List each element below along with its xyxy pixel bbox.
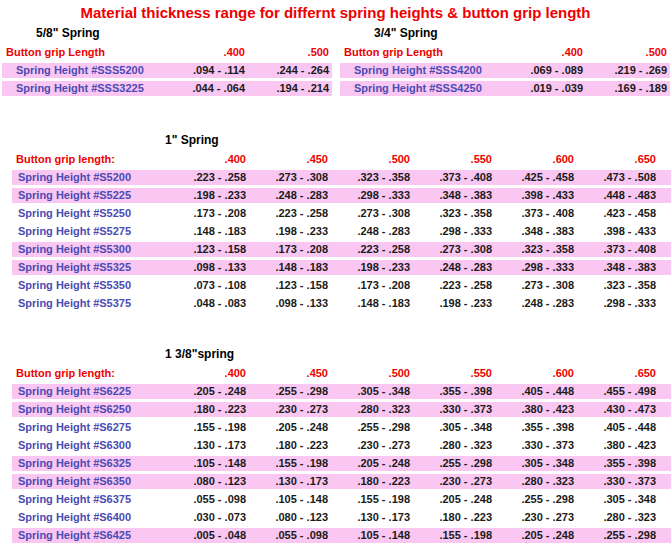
thickness-range-cell: .198 - .233	[246, 224, 328, 239]
thickness-range-cell: .455 - .498	[574, 384, 656, 399]
thickness-range-cell: .323 - .358	[410, 206, 492, 221]
grip-length-header: .450	[246, 152, 328, 167]
thickness-range-cell: .230 - .273	[246, 402, 328, 417]
grip-length-header: .500	[245, 45, 329, 60]
thickness-range-cell: .330 - .373	[574, 474, 656, 489]
material-thickness-page: Material thickness range for differnt sp…	[0, 4, 671, 543]
spring-height-row: Spring Height #S6300.130 - .173.180 - .2…	[12, 438, 671, 453]
thickness-range-cell: .148 - .183	[164, 224, 246, 239]
spring-height-label: Spring Height #S5350	[12, 278, 164, 293]
thickness-range-cell: .273 - .308	[246, 170, 328, 185]
grip-length-header: .400	[493, 45, 583, 60]
thickness-range-cell: .219 - .269	[583, 63, 667, 78]
spring-height-label: Spring Height #S5225	[12, 188, 164, 203]
thickness-range-cell: .198 - .233	[328, 260, 410, 275]
thickness-range-cell: .048 - .083	[164, 296, 246, 311]
grip-header-row: Button grip Length.400.500	[2, 45, 332, 60]
thickness-range-cell: .105 - .148	[328, 528, 410, 543]
thickness-range-cell: .169 - .189	[583, 81, 667, 96]
spring-height-row: Spring Height #S5225.198 - .233.248 - .2…	[12, 188, 671, 203]
thickness-range-cell: .255 - .298	[410, 456, 492, 471]
thickness-range-cell: .180 - .223	[164, 402, 246, 417]
spring-height-label: Spring Height #S5200	[12, 170, 164, 185]
thickness-range-cell: .323 - .358	[574, 278, 656, 293]
thickness-range-cell: .348 - .383	[410, 188, 492, 203]
thickness-range-cell: .069 - .089	[493, 63, 583, 78]
thickness-range-cell: .405 - .448	[574, 420, 656, 435]
thickness-range-cell: .173 - .208	[164, 206, 246, 221]
thickness-range-cell: .230 - .273	[492, 510, 574, 525]
thickness-range-cell: .373 - .408	[574, 242, 656, 257]
thickness-range-cell: .273 - .308	[410, 242, 492, 257]
thickness-range-cell: .205 - .248	[328, 456, 410, 471]
spring-height-label: Spring Height #S6375	[12, 492, 164, 507]
grip-length-header: .650	[574, 366, 656, 381]
spring-height-row: Spring Height #S5250.173 - .208.223 - .2…	[12, 206, 671, 221]
thickness-range-cell: .473 - .508	[574, 170, 656, 185]
thickness-range-cell: .298 - .333	[492, 260, 574, 275]
thickness-range-cell: .398 - .433	[492, 188, 574, 203]
thickness-range-cell: .248 - .283	[410, 260, 492, 275]
spring-height-label: Spring Height #S6425	[12, 528, 164, 543]
spring-height-row: Spring Height #S6375.055 - .098.105 - .1…	[12, 492, 671, 507]
thickness-range-cell: .323 - .358	[328, 170, 410, 185]
thickness-range-cell: .223 - .258	[410, 278, 492, 293]
thickness-range-cell: .180 - .223	[410, 510, 492, 525]
thickness-range-cell: .244 - .264	[245, 63, 329, 78]
thickness-range-cell: .255 - .298	[492, 492, 574, 507]
thickness-range-cell: .098 - .133	[246, 296, 328, 311]
thickness-range-cell: .155 - .198	[164, 420, 246, 435]
thickness-range-cell: .380 - .423	[492, 402, 574, 417]
spring-height-label: Spring Height #SSS4200	[340, 63, 493, 78]
section-title: 1 3/8"spring	[165, 347, 671, 361]
thickness-range-cell: .130 - .173	[328, 510, 410, 525]
thickness-range-cell: .155 - .198	[328, 492, 410, 507]
thickness-range-cell: .255 - .298	[246, 384, 328, 399]
grip-length-header: .500	[328, 366, 410, 381]
thickness-range-cell: .305 - .348	[328, 384, 410, 399]
spring-height-row: Spring Height #SSS4250.019 - .039.169 - …	[340, 81, 670, 96]
thickness-range-cell: .123 - .158	[164, 242, 246, 257]
spring-height-label: Spring Height #S5300	[12, 242, 164, 257]
thickness-range-cell: .230 - .273	[410, 474, 492, 489]
thickness-range-cell: .248 - .283	[246, 188, 328, 203]
spring-height-row: Spring Height #SSS5200.094 - .114.244 - …	[2, 63, 332, 78]
spring-height-label: Spring Height #SSS5200	[2, 63, 155, 78]
spring-height-label: Spring Height #S6250	[12, 402, 164, 417]
thickness-range-cell: .105 - .148	[246, 492, 328, 507]
spring-height-label: Spring Height #S6325	[12, 456, 164, 471]
spring-height-row: Spring Height #S5200.223 - .258.273 - .3…	[12, 170, 671, 185]
spring-height-label: Spring Height #S5375	[12, 296, 164, 311]
grip-header-label: Button grip Length	[340, 45, 493, 60]
section-title: 3/4" Spring	[374, 26, 670, 40]
thickness-range-cell: .123 - .158	[246, 278, 328, 293]
thickness-range-cell: .044 - .064	[155, 81, 245, 96]
thickness-range-cell: .298 - .333	[410, 224, 492, 239]
spring-table: 3/4" SpringButton grip Length.400.500Spr…	[338, 26, 670, 99]
thickness-range-cell: .298 - .333	[328, 188, 410, 203]
thickness-range-cell: .098 - .133	[164, 260, 246, 275]
spring-height-row: Spring Height #S6425.005 - .048.055 - .0…	[12, 528, 671, 543]
thickness-range-cell: .373 - .408	[410, 170, 492, 185]
thickness-range-cell: .180 - .223	[328, 474, 410, 489]
thickness-range-cell: .355 - .398	[574, 456, 656, 471]
thickness-range-cell: .380 - .423	[574, 438, 656, 453]
grip-length-header: .500	[583, 45, 667, 60]
thickness-range-cell: .305 - .348	[492, 456, 574, 471]
grip-length-header: .450	[246, 366, 328, 381]
spring-height-label: Spring Height #S5250	[12, 206, 164, 221]
thickness-range-cell: .355 - .398	[410, 384, 492, 399]
spring-height-label: Spring Height #S5275	[12, 224, 164, 239]
thickness-range-cell: .173 - .208	[246, 242, 328, 257]
thickness-range-cell: .205 - .248	[492, 528, 574, 543]
large-spring-tables: 1" SpringButton grip length:.400.450.500…	[0, 133, 671, 543]
spring-height-label: Spring Height #S6350	[12, 474, 164, 489]
spring-height-row: Spring Height #S6325.105 - .148.155 - .1…	[12, 456, 671, 471]
spring-height-row: Spring Height #S5300.123 - .158.173 - .2…	[12, 242, 671, 257]
thickness-range-cell: .355 - .398	[492, 420, 574, 435]
thickness-range-cell: .019 - .039	[493, 81, 583, 96]
spring-height-row: Spring Height #S6225.205 - .248.255 - .2…	[12, 384, 671, 399]
thickness-range-cell: .094 - .114	[155, 63, 245, 78]
thickness-range-cell: .280 - .323	[574, 510, 656, 525]
thickness-range-cell: .155 - .198	[246, 456, 328, 471]
